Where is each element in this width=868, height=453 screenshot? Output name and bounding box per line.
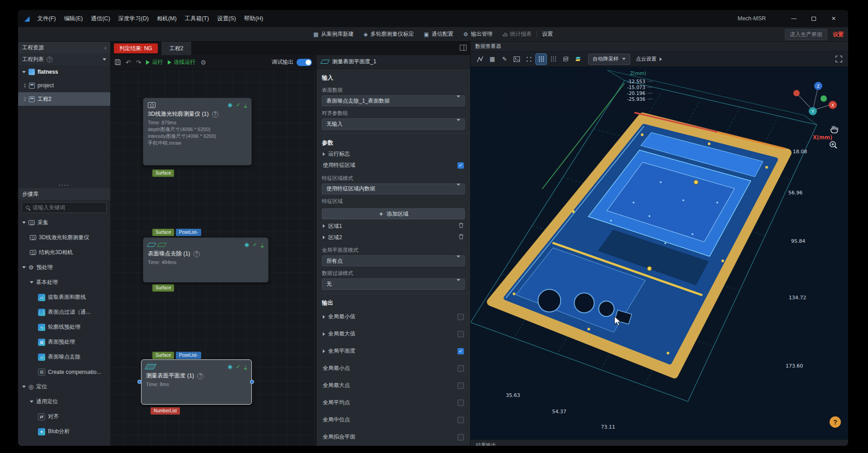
feature-region-mode-select[interactable]: 使用特征区域内数据 xyxy=(322,184,465,194)
image-icon[interactable] xyxy=(511,54,522,65)
output-global-median-point[interactable]: 全局中位点 xyxy=(316,411,470,429)
help-icon[interactable]: ? xyxy=(193,251,200,257)
use-feature-region-row[interactable]: 使用特征区域✓ xyxy=(316,160,470,171)
color-layers-icon[interactable] xyxy=(572,54,583,65)
stats-report-button[interactable]: 统计报表 xyxy=(498,27,537,42)
align-group-select[interactable]: 无输入 xyxy=(322,118,465,129)
trash-icon[interactable] xyxy=(458,222,464,230)
step-item[interactable]: ▱表面噪点去除 xyxy=(18,349,110,364)
help-button[interactable]: ? xyxy=(830,416,841,428)
menu-file[interactable]: 文件(F) xyxy=(33,10,60,27)
port-poselist-in[interactable]: PoseList- xyxy=(176,229,201,236)
port-surface-out[interactable]: Surface xyxy=(152,170,174,177)
grid-icon[interactable]: ▦ xyxy=(487,54,498,65)
surface-data-select[interactable]: 表面噪点去除_1_表面数据 xyxy=(322,95,465,106)
output-global-mean-point[interactable]: 全局平均点 xyxy=(316,394,470,411)
checkbox[interactable] xyxy=(458,434,464,440)
checkbox[interactable]: ✓ xyxy=(458,348,464,354)
undo-icon[interactable]: ↶ xyxy=(126,59,131,66)
help-icon[interactable]: ? xyxy=(47,57,52,62)
output-global-fit-plane[interactable]: 全局拟合平面 xyxy=(316,429,470,446)
step-item[interactable]: ⊡Create compensatio... xyxy=(18,364,110,379)
help-icon[interactable]: ? xyxy=(212,111,218,118)
profiler-calibration-button[interactable]: ◈多轮廓测量仪标定 xyxy=(359,27,419,42)
checkbox[interactable] xyxy=(458,417,464,423)
layout-icon[interactable] xyxy=(460,44,467,52)
gizmo-neg-x-sphere[interactable] xyxy=(793,90,800,96)
validate-icon[interactable]: ✓ xyxy=(253,241,257,248)
node-profiler[interactable]: ◉ ✓ ↓ 3D线激光轮廓测量仪 (1)? Time: 879ms depth图… xyxy=(143,98,252,165)
eye-icon[interactable]: ◉ xyxy=(227,102,232,108)
port-poselist-in[interactable]: PoseList- xyxy=(176,352,201,359)
points-medium-icon[interactable] xyxy=(536,54,547,65)
download-icon[interactable]: ↓ xyxy=(261,242,264,247)
menu-edit[interactable]: 编辑(E) xyxy=(60,10,87,27)
menu-deep-learning[interactable]: 深度学习(D) xyxy=(114,10,153,27)
step-category-acquire[interactable]: 采集 xyxy=(18,215,110,230)
step-group-basic[interactable]: 基本处理 xyxy=(18,275,110,290)
eye-icon[interactable]: ◉ xyxy=(227,363,232,370)
output-global-min-value[interactable]: 全局最小值 xyxy=(316,308,470,326)
node-noise-removal[interactable]: ◉ ✓ ↓ 表面噪点去除 (1)? Time: 484ms xyxy=(143,237,269,283)
node-output-port[interactable] xyxy=(250,380,254,384)
validate-icon[interactable]: ✓ xyxy=(236,102,241,108)
menu-help[interactable]: 帮助(H) xyxy=(240,10,267,27)
points-dense-icon[interactable] xyxy=(548,54,559,65)
menu-communication[interactable]: 通信(C) xyxy=(87,10,114,27)
collapse-panel-icon[interactable]: ‹ xyxy=(104,44,106,51)
panel-splitter[interactable]: •••• xyxy=(18,183,110,188)
use-feature-region-checkbox[interactable]: ✓ xyxy=(458,162,464,169)
debug-output-toggle[interactable] xyxy=(297,59,312,66)
run-continuous-button[interactable]: 连续运行 xyxy=(168,58,195,66)
step-group-general-locate[interactable]: 通用定位 xyxy=(18,394,110,409)
toolbar-settings-button[interactable]: 设置 xyxy=(537,27,558,42)
filter-mode-select[interactable]: 无 xyxy=(322,278,465,289)
node-input-port[interactable] xyxy=(137,380,142,384)
result-output-bar[interactable]: 结果输出 xyxy=(471,439,848,446)
histogram-icon[interactable] xyxy=(475,54,486,65)
eye-icon[interactable]: ◉ xyxy=(244,241,249,248)
menu-toolbox[interactable]: 工具箱(T) xyxy=(181,10,213,27)
downsample-dropdown[interactable]: 自动降采样 xyxy=(588,54,630,65)
expand-icon[interactable] xyxy=(833,54,844,65)
trash-icon[interactable] xyxy=(458,234,464,241)
flow-canvas[interactable]: ↶ ↷ 运行 连续运行 ⚙ 调试输出 xyxy=(111,55,316,446)
chevron-up-icon[interactable] xyxy=(103,58,106,61)
step-category-locate[interactable]: ◎定位 xyxy=(18,379,110,394)
menu-camera[interactable]: 相机(M) xyxy=(153,10,181,27)
output-global-flatness[interactable]: 全局平面度✓ xyxy=(316,343,470,360)
redo-icon[interactable]: ↷ xyxy=(136,59,142,66)
download-icon[interactable]: ↓ xyxy=(244,102,247,108)
project-item-2-selected[interactable]: 2 工程2 xyxy=(18,92,110,106)
pointcloud-scene[interactable]: Z(mm) -12.553 -15.073 -20.196 -25.936 18… xyxy=(471,67,848,439)
checkbox[interactable] xyxy=(458,365,464,372)
project-item-1[interactable]: 1 project xyxy=(18,79,110,92)
flow-settings-gear-icon[interactable]: ⚙ xyxy=(200,59,206,66)
output-management-button[interactable]: ⚙输出管理 xyxy=(458,27,498,42)
step-item[interactable]: ⇄对齐 xyxy=(18,409,110,424)
project-root-item[interactable]: flatness xyxy=(18,65,110,79)
checkbox[interactable] xyxy=(458,314,464,320)
comm-config-button[interactable]: ▣通信配置 xyxy=(419,27,458,42)
run-button[interactable]: 运行 xyxy=(146,58,163,66)
step-item[interactable]: ●Blob分析 xyxy=(18,424,110,439)
port-surface-in[interactable]: Surface xyxy=(152,229,174,236)
step-item[interactable]: 结构光3D相机 xyxy=(18,245,110,260)
step-item[interactable]: ∿轮廓线预处理 xyxy=(18,320,110,335)
points-sparse-icon[interactable] xyxy=(524,54,534,65)
region1-row[interactable]: 区域1 xyxy=(316,220,470,231)
output-global-max-point[interactable]: 全局最大点 xyxy=(316,377,470,394)
menu-settings[interactable]: 设置(S) xyxy=(213,10,240,27)
download-icon[interactable]: ↓ xyxy=(244,364,247,369)
add-region-button[interactable]: ＋添加区域 xyxy=(322,208,465,219)
minimize-button[interactable]: — xyxy=(784,10,804,27)
node-measure-flatness[interactable]: ◉ ✓ ↓ 测量表面平面度 (1)? Time: 8ms xyxy=(141,359,252,405)
step-item[interactable]: ⋮⋮表面点过滤（通... xyxy=(18,305,110,320)
enter-production-button[interactable]: 进入生产界面 xyxy=(785,29,827,40)
step-item[interactable]: ▱提取表面和廓线 xyxy=(18,290,110,305)
new-from-case-button[interactable]: ▦从案例库新建 xyxy=(308,27,359,42)
step-search-box[interactable]: 请输入关键词 xyxy=(22,202,107,213)
checkbox[interactable] xyxy=(458,382,464,389)
cloud-settings-button[interactable]: 点云设置 xyxy=(636,56,662,62)
step-category-preprocess[interactable]: ⚙预处理 xyxy=(18,260,110,275)
